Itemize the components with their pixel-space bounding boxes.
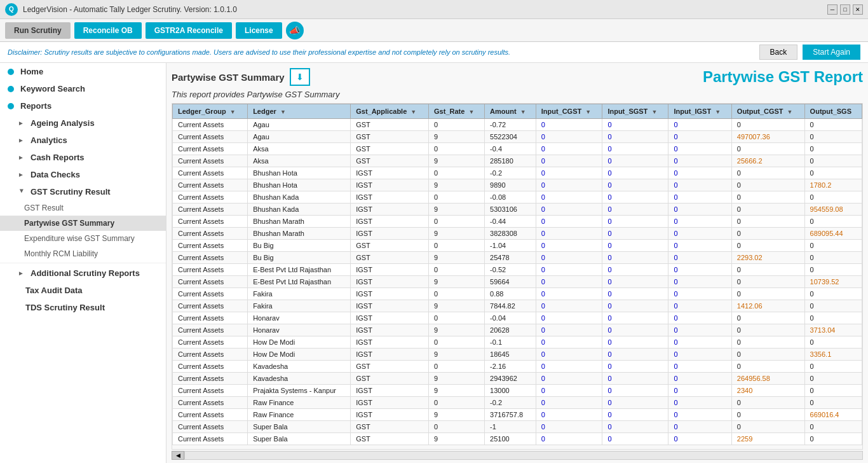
sidebar-item-reports[interactable]: Reports — [0, 97, 166, 114]
table-cell: 0 — [602, 179, 668, 191]
table-cell: IGST — [351, 179, 429, 191]
sidebar-item-expenditure-gst[interactable]: Expenditure wise GST Summary — [0, 231, 166, 246]
horizontal-scrollbar[interactable] — [184, 451, 863, 460]
table-cell: Super Bala — [248, 421, 351, 433]
table-cell: 0 — [731, 336, 804, 349]
restore-button[interactable]: □ — [840, 4, 850, 15]
table-cell: 0 — [536, 167, 602, 179]
sidebar-item-analytics[interactable]: ► Analytics — [0, 132, 166, 149]
app-logo: Q — [5, 3, 18, 16]
back-button[interactable]: Back — [759, 45, 798, 60]
table-cell: 0 — [731, 167, 804, 179]
table-cell: 0 — [668, 361, 731, 373]
table-cell: 3828308 — [485, 228, 536, 240]
scroll-left-button[interactable]: ◀ — [172, 451, 184, 460]
col-amount[interactable]: Amount ▼ — [485, 104, 536, 119]
col-gst-applicable[interactable]: Gst_Applicable ▼ — [351, 104, 429, 119]
run-scrutiny-button[interactable]: Run Scrutiny — [5, 22, 71, 39]
table-cell: 0 — [602, 191, 668, 204]
table-cell: 5522304 — [485, 131, 536, 143]
table-cell: 0 — [536, 409, 602, 421]
minimize-button[interactable]: ─ — [827, 4, 837, 15]
sidebar-item-gst-scrutiny[interactable]: ► GST Scrutiny Result — [0, 183, 166, 200]
table-cell: 0 — [731, 119, 804, 131]
table-cell: 0 — [602, 397, 668, 409]
table-cell: 0 — [804, 433, 862, 445]
table-cell: 0 — [731, 228, 804, 240]
table-cell: 0 — [668, 324, 731, 336]
sidebar-item-tax-audit[interactable]: Tax Audit Data — [0, 282, 166, 299]
scroll-bar-area[interactable]: ◀ — [172, 451, 863, 460]
start-again-button[interactable]: Start Again — [803, 45, 860, 60]
sidebar-label-expenditure-gst: Expenditure wise GST Summary — [24, 234, 135, 243]
table-cell: -2.16 — [485, 361, 536, 373]
table-cell: 0 — [536, 276, 602, 288]
table-cell: IGST — [351, 191, 429, 204]
sidebar-item-gst-result[interactable]: GST Result — [0, 200, 166, 216]
table-cell: GST — [351, 119, 429, 131]
col-input-sgst[interactable]: Input_SGST ▼ — [602, 104, 668, 119]
table-cell: 25478 — [485, 252, 536, 264]
table-cell: 0 — [536, 349, 602, 361]
sidebar-item-partywise-gst[interactable]: Partywise GST Summary — [0, 216, 166, 231]
table-cell: 10739.52 — [804, 276, 862, 288]
table-cell: 0 — [602, 240, 668, 252]
table-cell: Current Assets — [173, 312, 248, 324]
gstr2a-reconcile-button[interactable]: GSTR2A Reconcile — [146, 22, 232, 39]
sidebar-item-cash-reports[interactable]: ► Cash Reports — [0, 149, 166, 166]
table-cell: 2340 — [731, 385, 804, 397]
table-cell: -0.72 — [485, 119, 536, 131]
table-cell: -0.44 — [485, 216, 536, 228]
sidebar-item-monthly-rcm[interactable]: Monthly RCM Liability — [0, 246, 166, 261]
col-output-sgs[interactable]: Output_SGS — [804, 104, 862, 119]
disclaimer-buttons: Back Start Again — [759, 45, 860, 60]
table-cell: 0 — [668, 167, 731, 179]
table-cell: Current Assets — [173, 179, 248, 191]
col-output-cgst[interactable]: Output_CGST ▼ — [731, 104, 804, 119]
sidebar-item-tds-scrutiny[interactable]: TDS Scrutiny Result — [0, 299, 166, 316]
table-cell: 2943962 — [485, 373, 536, 385]
table-cell: How De Modi — [248, 349, 351, 361]
notification-icon[interactable]: 📣 — [286, 22, 304, 39]
sidebar-item-ageing-analysis[interactable]: ► Ageing Analysis — [0, 114, 166, 132]
table-cell: Current Assets — [173, 300, 248, 312]
report-main-title: Partywise GST Report — [703, 68, 863, 86]
reconcile-ob-button[interactable]: Reconcile OB — [74, 22, 142, 39]
sidebar-item-data-checks[interactable]: ► Data Checks — [0, 166, 166, 183]
col-input-cgst[interactable]: Input_CGST ▼ — [536, 104, 602, 119]
table-cell: 0 — [429, 143, 485, 155]
table-cell: 954559.08 — [804, 204, 862, 216]
sidebar-item-home[interactable]: Home — [0, 63, 166, 80]
license-button[interactable]: License — [236, 22, 282, 39]
table-cell: 0 — [731, 264, 804, 276]
table-cell: 0 — [602, 288, 668, 300]
table-cell: 0 — [602, 119, 668, 131]
table-cell: 9 — [429, 300, 485, 312]
table-cell: 0 — [804, 300, 862, 312]
col-ledger[interactable]: Ledger ▼ — [248, 104, 351, 119]
col-ledger-group[interactable]: Ledger_Group ▼ — [173, 104, 248, 119]
table-cell: 0 — [731, 312, 804, 324]
col-input-igst[interactable]: Input_IGST ▼ — [668, 104, 731, 119]
table-cell: Current Assets — [173, 324, 248, 336]
table-row: Current AssetsSuper BalaGST0-100000 — [173, 421, 862, 433]
table-cell: -0.2 — [485, 397, 536, 409]
sidebar-item-additional-scrutiny[interactable]: ► Additional Scrutiny Reports — [0, 265, 166, 282]
table-row: Current AssetsBhushan KadaIGST9530310600… — [173, 204, 862, 216]
col-gst-rate[interactable]: Gst_Rate ▼ — [429, 104, 485, 119]
table-cell: 0 — [602, 312, 668, 324]
download-button[interactable]: ⬇ — [290, 68, 310, 86]
table-cell: 0 — [429, 240, 485, 252]
sidebar-item-keyword-search[interactable]: Keyword Search — [0, 80, 166, 97]
table-cell: Agau — [248, 131, 351, 143]
close-button[interactable]: ✕ — [853, 4, 863, 15]
table-cell: Raw Finance — [248, 409, 351, 421]
table-cell: Bu Big — [248, 252, 351, 264]
table-cell: 0 — [429, 119, 485, 131]
sidebar-label-data-checks: Data Checks — [31, 170, 80, 179]
table-cell: Current Assets — [173, 228, 248, 240]
report-table-wrapper[interactable]: Ledger_Group ▼ Ledger ▼ Gst_Applicable ▼… — [172, 103, 863, 450]
table-row: Current AssetsBhushan KadaIGST0-0.080000… — [173, 191, 862, 204]
table-cell: 9 — [429, 252, 485, 264]
table-cell: 9 — [429, 276, 485, 288]
